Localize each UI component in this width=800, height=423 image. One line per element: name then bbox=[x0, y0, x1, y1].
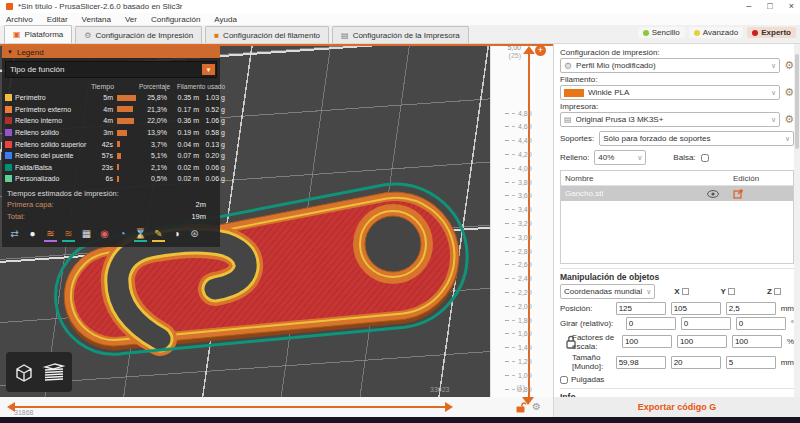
object-list: Nombre Edición Gancho.stl bbox=[560, 170, 794, 264]
close-button[interactable]: × bbox=[789, 0, 794, 13]
filament-value: Winkle PLA bbox=[588, 88, 767, 97]
menu-editar[interactable]: Editar bbox=[47, 15, 68, 24]
legend-row[interactable]: Relleno interno4m22,0%0.36 m1.06 g bbox=[2, 115, 220, 127]
minimize-button[interactable]: – bbox=[746, 0, 751, 13]
color-changes-icon[interactable]: ◉ bbox=[98, 227, 111, 242]
legend-row[interactable]: Personalizado6s0,5%0.02 m0.06 g bbox=[2, 173, 220, 185]
hslider-right-arrow[interactable] bbox=[445, 402, 453, 412]
axis-y-header: Y bbox=[708, 287, 748, 296]
retractions-icon[interactable]: ● bbox=[26, 227, 39, 242]
feature-grams: 0.52 g bbox=[199, 106, 225, 113]
legend-row[interactable]: Relleno del puente57s5,1%0.07 m0.20 g bbox=[2, 150, 220, 162]
sidebar-scrollbar[interactable] bbox=[794, 44, 800, 397]
feature-meters: 0.36 m bbox=[167, 117, 199, 124]
tick-mark bbox=[505, 154, 509, 155]
legend-row[interactable]: Perímetro5m25,8%0.35 m1.03 g bbox=[2, 92, 220, 104]
legend-row[interactable]: Perímetro externo4m21,3%0.17 m0.52 g bbox=[2, 104, 220, 116]
menu-ver[interactable]: Ver bbox=[125, 15, 137, 24]
feature-name: Falda/Balsa bbox=[15, 164, 91, 171]
custom-gcodes-icon[interactable]: ⌛ bbox=[134, 227, 147, 242]
layer-tick: 3,80 bbox=[505, 177, 532, 187]
move-slider[interactable] bbox=[14, 406, 446, 408]
size-z-input[interactable] bbox=[726, 356, 776, 369]
unlocked-padlock-icon[interactable] bbox=[515, 401, 526, 413]
menu-archivo[interactable]: Archivo bbox=[6, 15, 33, 24]
edit-filament-button[interactable]: ⚙ bbox=[784, 87, 794, 98]
feature-time: 6s bbox=[91, 175, 113, 182]
filament-dropdown[interactable]: Winkle PLA ∨ bbox=[560, 85, 780, 100]
tick-label: 3,60 bbox=[518, 192, 532, 199]
tool-marker-icon[interactable]: ⊛ bbox=[188, 227, 201, 242]
tick-label: 4,00 bbox=[518, 165, 532, 172]
inches-checkbox[interactable] bbox=[560, 376, 568, 384]
legend-row[interactable]: Relleno sólido3m13,9%0.19 m0.58 g bbox=[2, 127, 220, 139]
infill-label: Relleno: bbox=[560, 153, 589, 162]
supports-dropdown[interactable]: Sólo para forzado de soportes ∨ bbox=[599, 131, 794, 146]
size-y-input[interactable] bbox=[671, 356, 721, 369]
travel-icon[interactable]: ⇄ bbox=[8, 227, 21, 242]
menu-configuración[interactable]: Configuración bbox=[151, 15, 200, 24]
rotate-row: Girar (relativo): ° bbox=[560, 317, 794, 330]
edit-printer-button[interactable]: ⚙ bbox=[784, 114, 794, 125]
feature-time: 4m bbox=[91, 117, 113, 124]
feature-percent: 13,9% bbox=[139, 129, 167, 136]
edit-print-settings-button[interactable]: ⚙ bbox=[784, 60, 794, 71]
layers-preview-icon[interactable] bbox=[42, 361, 66, 383]
menu-ventana[interactable]: Ventana bbox=[82, 15, 111, 24]
object-row-gancho[interactable]: Gancho.stl bbox=[561, 186, 793, 201]
seams-icon[interactable]: ≋ bbox=[62, 227, 75, 242]
position-y-input[interactable] bbox=[671, 302, 721, 315]
uniform-scale-lock-icon[interactable] bbox=[566, 332, 576, 354]
mode-expert[interactable]: Experto bbox=[747, 27, 796, 38]
tick-mark bbox=[505, 333, 509, 334]
tab-printer-settings[interactable]: ▤ Configuración de la Impresora bbox=[332, 26, 469, 43]
scale-z-input[interactable] bbox=[732, 335, 782, 348]
feature-color-swatch bbox=[5, 106, 12, 113]
legend-row[interactable]: Falda/Balsa23s2,1%0.02 m0.06 g bbox=[2, 162, 220, 174]
scale-y-input[interactable] bbox=[677, 335, 727, 348]
layer-tick: 4,40 bbox=[505, 136, 532, 146]
position-z-input[interactable] bbox=[726, 302, 776, 315]
slider-top-arrow[interactable] bbox=[523, 46, 535, 54]
legend-header[interactable]: ▼ Legend bbox=[2, 46, 220, 58]
eye-icon[interactable] bbox=[693, 190, 733, 198]
maximize-button[interactable]: □ bbox=[767, 0, 772, 13]
shells-icon[interactable]: ◑ bbox=[170, 227, 183, 242]
3d-editor-view-icon[interactable] bbox=[13, 361, 35, 383]
mode-advanced[interactable]: Avanzado bbox=[689, 27, 743, 38]
print-settings-dropdown[interactable]: ⚙ Perfil Mio (modificado) ∨ bbox=[560, 58, 780, 73]
view-type-value: Tipo de función bbox=[10, 65, 64, 74]
add-color-change-button[interactable]: + bbox=[535, 45, 546, 56]
supports-value: Sólo para forzado de soportes bbox=[603, 134, 781, 143]
tool-changes-icon[interactable]: ▦ bbox=[80, 227, 93, 242]
raft-checkbox[interactable] bbox=[701, 154, 709, 162]
coordinates-dropdown[interactable]: Coordenadas mundial ∨ bbox=[560, 284, 655, 299]
tab-plater[interactable]: ▣ Plataforma bbox=[4, 25, 72, 43]
estimate-label: Total: bbox=[7, 212, 25, 221]
tab-filament-settings[interactable]: ■ Configuración del filamento bbox=[205, 26, 329, 43]
view-type-dropdown[interactable]: Tipo de función ▼ bbox=[5, 61, 217, 78]
deretractions-icon[interactable]: ≋ bbox=[44, 227, 57, 242]
rotate-z-input[interactable] bbox=[736, 317, 786, 330]
size-x-input[interactable] bbox=[616, 356, 666, 369]
pencil-icon[interactable]: ✎ bbox=[152, 227, 165, 242]
rotate-y-input[interactable] bbox=[681, 317, 731, 330]
layer-tick: 1,60 bbox=[505, 329, 532, 339]
scale-x-input[interactable] bbox=[622, 335, 672, 348]
tab-print-settings[interactable]: ⚙ Configuración de Impresión bbox=[75, 26, 202, 43]
export-gcode-button[interactable]: Exportar código G bbox=[638, 402, 717, 412]
mode-simple[interactable]: Sencillo bbox=[638, 27, 685, 38]
position-x-input[interactable] bbox=[616, 302, 666, 315]
axis-box-icon bbox=[774, 288, 781, 295]
scrollbar-thumb[interactable] bbox=[795, 54, 799, 149]
menu-ayuda[interactable]: Ayuda bbox=[214, 15, 237, 24]
edit-object-icon[interactable] bbox=[733, 189, 793, 199]
col-time: Tiempo bbox=[91, 83, 113, 90]
legend-row[interactable]: Relleno sólido superior42s3,7%0.04 m0.13… bbox=[2, 138, 220, 150]
pause-prints-icon[interactable]: ◔ bbox=[116, 227, 129, 242]
infill-dropdown[interactable]: 40% ∨ bbox=[594, 150, 646, 165]
printer-dropdown[interactable]: ▤ Original Prusa i3 MK3S+ ∨ bbox=[560, 112, 780, 127]
rotate-x-input[interactable] bbox=[626, 317, 676, 330]
dropdown-arrow-icon: ∨ bbox=[637, 154, 642, 162]
slider-settings-gear-icon[interactable]: ⚙ bbox=[532, 401, 541, 412]
